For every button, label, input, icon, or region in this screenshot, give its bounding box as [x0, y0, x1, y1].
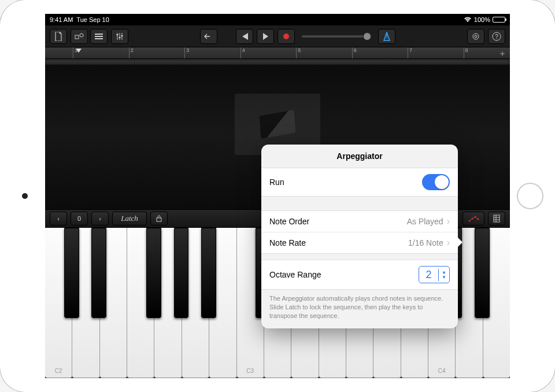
svg-rect-7 [121, 35, 123, 36]
arpeggiator-popover: Arpeggiator Run Note Order As Played › [261, 145, 458, 328]
octave-range-stepper[interactable]: 2 ▲ ▼ [419, 266, 450, 283]
browser-button[interactable] [71, 29, 88, 44]
svg-rect-5 [117, 34, 119, 35]
settings-button[interactable] [467, 29, 484, 44]
sliders-icon [116, 32, 124, 40]
stepper-down-icon[interactable]: ▼ [439, 275, 449, 280]
screen: 9:41 AM Tue Sep 10 100% [45, 14, 510, 378]
status-bar: 9:41 AM Tue Sep 10 100% [45, 14, 510, 25]
record-icon [283, 34, 289, 39]
go-to-start-button[interactable] [236, 29, 253, 44]
ruler-mark: 8 [464, 47, 468, 58]
ruler-mark: 7 [408, 47, 412, 58]
status-time: 9:41 AM [50, 16, 73, 23]
document-icon [54, 32, 62, 41]
status-date: Tue Sep 10 [76, 16, 109, 23]
latch-button[interactable]: Latch [112, 212, 147, 225]
help-icon: ? [492, 32, 501, 41]
undo-icon [204, 33, 213, 40]
black-key[interactable] [201, 228, 216, 318]
arpeggiator-button[interactable] [462, 212, 484, 225]
ruler-mark: 2 [129, 47, 134, 58]
slider-thumb[interactable] [363, 32, 371, 40]
camera-dot [22, 193, 28, 199]
run-row: Run [261, 168, 458, 196]
key-label: C2 [55, 368, 62, 374]
sustain-lock-button[interactable] [150, 212, 168, 225]
wifi-icon [464, 17, 472, 23]
chevron-right-icon: › [447, 217, 450, 226]
note-order-value: As Played [407, 217, 443, 226]
black-key[interactable] [64, 228, 79, 318]
play-icon [263, 33, 268, 40]
grand-piano-icon [260, 110, 296, 139]
svg-point-9 [475, 35, 477, 38]
octave-readout: 0 [71, 212, 88, 225]
svg-rect-17 [494, 215, 500, 222]
note-order-row[interactable]: Note Order As Played › [261, 211, 458, 232]
popover-title: Arpeggiator [261, 145, 458, 168]
lock-icon [156, 215, 162, 222]
master-volume-slider[interactable] [302, 35, 371, 38]
rewind-icon [240, 33, 249, 40]
record-button[interactable] [278, 29, 295, 44]
octave-up-button[interactable]: › [91, 212, 109, 225]
octave-range-row: Octave Range 2 ▲ ▼ [261, 260, 458, 289]
keyboard-layout-button[interactable] [488, 212, 505, 225]
home-button[interactable] [517, 183, 543, 209]
tracks-button[interactable] [90, 29, 108, 44]
stepper-up-icon[interactable]: ▲ [439, 269, 449, 275]
note-order-label: Note Order [269, 217, 309, 226]
battery-icon [493, 17, 505, 23]
timeline-ruler[interactable]: 1 2 3 4 5 6 7 8 ＋ [45, 47, 510, 59]
key-label: C3 [246, 368, 254, 374]
tracks-icon [94, 33, 103, 40]
octave-range-label: Octave Range [269, 270, 321, 279]
svg-rect-6 [119, 37, 121, 38]
metronome-icon [383, 32, 391, 41]
note-rate-row[interactable]: Note Rate 1/16 Note › [261, 232, 458, 253]
black-key[interactable] [91, 228, 106, 318]
play-button[interactable] [257, 29, 274, 44]
svg-point-8 [473, 34, 479, 39]
browser-icon [75, 33, 84, 40]
svg-rect-4 [95, 38, 103, 39]
gear-icon [471, 32, 480, 41]
arpeggiator-icon [468, 215, 479, 222]
svg-point-1 [80, 34, 83, 37]
svg-text:?: ? [495, 34, 498, 40]
undo-button[interactable] [200, 29, 217, 44]
add-track-button[interactable]: ＋ [498, 49, 506, 59]
black-key[interactable] [174, 228, 189, 318]
ruler-mark: 3 [184, 47, 189, 58]
help-button[interactable]: ? [488, 29, 505, 44]
keyboard-layout-icon [493, 215, 500, 223]
chevron-right-icon: › [447, 238, 450, 247]
track-controls-button[interactable] [111, 29, 128, 44]
run-label: Run [269, 177, 284, 187]
popover-footer: The Arpeggiator automatically plays chor… [261, 290, 458, 328]
ruler-mark: 4 [240, 47, 245, 58]
run-toggle[interactable] [422, 174, 450, 190]
my-songs-button[interactable] [50, 29, 67, 44]
note-rate-label: Note Rate [269, 238, 306, 247]
ruler-mark: 1 [73, 47, 77, 58]
battery-percent: 100% [474, 16, 490, 23]
svg-rect-3 [95, 36, 103, 37]
black-key[interactable] [475, 228, 490, 318]
svg-rect-2 [95, 34, 103, 35]
ruler-mark: 5 [296, 47, 301, 58]
metronome-button[interactable] [378, 29, 395, 44]
svg-rect-0 [75, 35, 79, 39]
key-label: C4 [438, 368, 446, 374]
app-toolbar: ? [45, 25, 510, 47]
ipad-frame: 9:41 AM Tue Sep 10 100% [0, 0, 555, 392]
svg-rect-12 [157, 218, 161, 221]
ruler-mark: 6 [352, 47, 357, 58]
black-key[interactable] [146, 228, 161, 318]
instrument-rim [45, 59, 510, 65]
octave-range-value: 2 [419, 269, 439, 281]
note-rate-value: 1/16 Note [408, 238, 443, 247]
octave-down-button[interactable]: ‹ [50, 212, 67, 225]
